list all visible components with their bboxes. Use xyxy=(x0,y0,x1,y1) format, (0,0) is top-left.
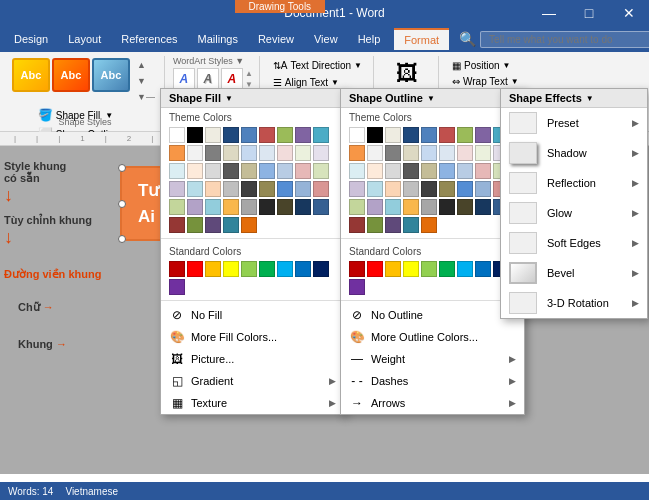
shape-styles-scrollup[interactable]: ▲ xyxy=(134,58,158,72)
std-color-2[interactable] xyxy=(187,261,203,277)
color-swatch[interactable] xyxy=(241,217,257,233)
outline-std-3[interactable] xyxy=(385,261,401,277)
color-swatch[interactable] xyxy=(313,127,329,143)
outline-std-1[interactable] xyxy=(349,261,365,277)
position-arrow[interactable]: ▼ xyxy=(503,61,511,70)
color-swatch[interactable] xyxy=(241,127,257,143)
menu-format[interactable]: Format xyxy=(394,28,449,50)
outline-color-swatch[interactable] xyxy=(439,145,455,161)
bevel-item[interactable]: Bevel ▶ xyxy=(501,258,647,288)
color-swatch[interactable] xyxy=(223,127,239,143)
shadow-item[interactable]: Shadow ▶ xyxy=(501,138,647,168)
menu-help[interactable]: Help xyxy=(348,29,391,49)
color-swatch[interactable] xyxy=(187,217,203,233)
more-fill-colors-item[interactable]: 🎨 More Fill Colors... xyxy=(161,326,344,348)
color-swatch[interactable] xyxy=(313,199,329,215)
texture-item[interactable]: ▦ Texture ▶ xyxy=(161,392,344,414)
no-fill-item[interactable]: ⊘ No Fill xyxy=(161,304,344,326)
color-swatch[interactable] xyxy=(187,127,203,143)
outline-color-swatch[interactable] xyxy=(475,199,491,215)
handle-bl[interactable] xyxy=(118,235,126,243)
color-swatch[interactable] xyxy=(259,199,275,215)
color-swatch[interactable] xyxy=(313,181,329,197)
outline-color-swatch[interactable] xyxy=(385,217,401,233)
outline-std-7[interactable] xyxy=(457,261,473,277)
wordart-scroll-up[interactable]: ▲ xyxy=(245,69,253,78)
outline-color-swatch[interactable] xyxy=(385,145,401,161)
color-swatch[interactable] xyxy=(313,163,329,179)
no-outline-item[interactable]: ⊘ No Outline xyxy=(341,304,524,326)
color-swatch[interactable] xyxy=(223,145,239,161)
outline-color-swatch[interactable] xyxy=(403,127,419,143)
picture-item[interactable]: 🖼 Picture... xyxy=(161,348,344,370)
color-swatch[interactable] xyxy=(295,127,311,143)
std-color-1[interactable] xyxy=(169,261,185,277)
color-swatch[interactable] xyxy=(259,181,275,197)
outline-color-swatch[interactable] xyxy=(403,181,419,197)
weight-item[interactable]: — Weight ▶ xyxy=(341,348,524,370)
outline-color-swatch[interactable] xyxy=(403,217,419,233)
more-outline-colors-item[interactable]: 🎨 More Outline Colors... xyxy=(341,326,524,348)
menu-layout[interactable]: Layout xyxy=(58,29,111,49)
color-swatch[interactable] xyxy=(277,127,293,143)
color-swatch[interactable] xyxy=(241,181,257,197)
outline-color-swatch[interactable] xyxy=(421,199,437,215)
color-swatch[interactable] xyxy=(241,163,257,179)
color-swatch[interactable] xyxy=(169,217,185,233)
std-color-8[interactable] xyxy=(295,261,311,277)
shape-styles-more[interactable]: ▼— xyxy=(134,90,158,104)
color-swatch[interactable] xyxy=(169,163,185,179)
outline-color-swatch[interactable] xyxy=(403,145,419,161)
glow-item[interactable]: Glow ▶ xyxy=(501,198,647,228)
tell-me-input[interactable] xyxy=(480,31,649,48)
arrows-item[interactable]: → Arrows ▶ xyxy=(341,392,524,414)
color-swatch[interactable] xyxy=(295,163,311,179)
outline-color-swatch[interactable] xyxy=(439,199,455,215)
color-swatch[interactable] xyxy=(169,127,185,143)
dashes-item[interactable]: - - Dashes ▶ xyxy=(341,370,524,392)
wrap-text-btn[interactable]: ⇔ Wrap Text ▼ xyxy=(447,74,548,89)
shape-style-btn-2[interactable]: Abc xyxy=(52,58,90,92)
outline-color-swatch[interactable] xyxy=(367,217,383,233)
color-swatch[interactable] xyxy=(187,163,203,179)
outline-color-swatch[interactable] xyxy=(457,199,473,215)
outline-std-6[interactable] xyxy=(439,261,455,277)
outline-color-swatch[interactable] xyxy=(475,181,491,197)
handle-tl[interactable] xyxy=(118,164,126,172)
outline-std-5[interactable] xyxy=(421,261,437,277)
wordart-a-shadow-btn[interactable]: A xyxy=(197,68,219,90)
text-direction-btn[interactable]: ⇅A Text Direction ▼ xyxy=(268,58,367,73)
shape-style-btn-3[interactable]: Abc xyxy=(92,58,130,92)
std-color-9[interactable] xyxy=(313,261,329,277)
color-swatch[interactable] xyxy=(313,145,329,161)
color-swatch[interactable] xyxy=(259,145,275,161)
color-swatch[interactable] xyxy=(241,145,257,161)
color-swatch[interactable] xyxy=(223,217,239,233)
color-swatch[interactable] xyxy=(259,127,275,143)
menu-view[interactable]: View xyxy=(304,29,348,49)
menu-review[interactable]: Review xyxy=(248,29,304,49)
outline-color-swatch[interactable] xyxy=(349,217,365,233)
outline-color-swatch[interactable] xyxy=(439,181,455,197)
outline-color-swatch[interactable] xyxy=(457,181,473,197)
color-swatch[interactable] xyxy=(259,163,275,179)
color-swatch[interactable] xyxy=(295,199,311,215)
outline-color-swatch[interactable] xyxy=(349,145,365,161)
color-swatch[interactable] xyxy=(187,181,203,197)
color-swatch[interactable] xyxy=(205,163,221,179)
outline-color-swatch[interactable] xyxy=(439,127,455,143)
text-direction-arrow[interactable]: ▼ xyxy=(354,61,362,70)
color-swatch[interactable] xyxy=(169,199,185,215)
maximize-button[interactable]: □ xyxy=(569,0,609,26)
outline-color-swatch[interactable] xyxy=(403,163,419,179)
outline-std-2[interactable] xyxy=(367,261,383,277)
color-swatch[interactable] xyxy=(205,181,221,197)
color-swatch[interactable] xyxy=(169,181,185,197)
std-color-10[interactable] xyxy=(169,279,185,295)
wordart-a-style-btn[interactable]: A xyxy=(221,68,243,90)
shape-styles-scrolldown[interactable]: ▼ xyxy=(134,74,158,88)
gradient-item[interactable]: ◱ Gradient ▶ xyxy=(161,370,344,392)
color-swatch[interactable] xyxy=(223,199,239,215)
preset-item[interactable]: Preset ▶ xyxy=(501,108,647,138)
outline-color-swatch[interactable] xyxy=(349,127,365,143)
